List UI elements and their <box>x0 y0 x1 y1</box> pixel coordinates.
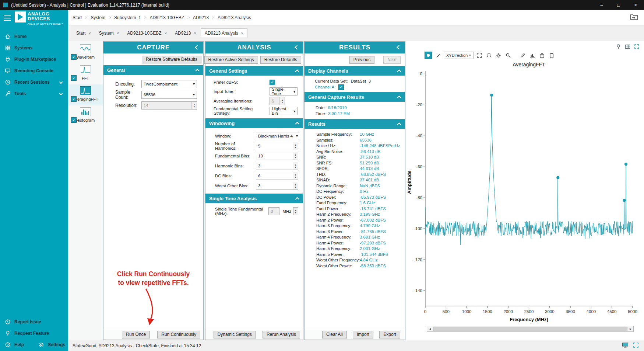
chevron-up-icon[interactable] <box>195 69 199 73</box>
pulse-tool-button[interactable] <box>485 52 493 59</box>
grid-view-icon[interactable] <box>625 44 630 51</box>
collapse-panel-icon[interactable] <box>295 45 299 50</box>
sidebar-item-home[interactable]: Home <box>0 31 68 42</box>
sidebar-item-request-feature[interactable]: Request Feature <box>0 327 68 339</box>
spinner-arrows-icon[interactable] <box>293 142 298 150</box>
tab-ad9213-analysis[interactable]: AD9213 Analysis× <box>201 28 247 38</box>
sidebar-item-help[interactable]: ? Help <box>0 339 38 350</box>
spinner-arrows-icon[interactable] <box>293 152 298 160</box>
resolution-input[interactable]: 14 <box>141 101 197 110</box>
restore-defaults-button[interactable]: Restore Defaults <box>260 56 301 64</box>
maximize-icon[interactable]: □ <box>610 0 627 10</box>
chevron-up-icon[interactable] <box>397 122 401 126</box>
windowing-section-header[interactable]: Windowing <box>205 118 303 128</box>
close-tab-icon[interactable]: × <box>194 31 196 35</box>
scroll-right-icon[interactable]: ► <box>628 326 633 331</box>
number-input[interactable]: 5 <box>256 142 298 150</box>
dynamic-settings-button[interactable]: Dynamic Settings <box>214 331 256 338</box>
tab-start[interactable]: Start× <box>73 29 95 38</box>
restore-active-settings-button[interactable]: Restore Active Settings <box>204 56 258 64</box>
export-image-button[interactable] <box>538 52 546 59</box>
spinner-arrows-icon[interactable] <box>279 97 285 105</box>
spinner-arrows-icon[interactable] <box>293 172 298 180</box>
menu-icon[interactable] <box>4 14 11 22</box>
xy-direction-dropdown[interactable]: XYDirection <box>444 52 474 59</box>
sidebar-item-remoting-console[interactable]: Remoting Console <box>0 65 68 76</box>
histogram-checkbox[interactable] <box>71 117 77 123</box>
run-continuously-button[interactable]: Run Continuously <box>157 331 200 338</box>
tab-ad9213-10gebz[interactable]: AD9213-10GEBZ× <box>123 29 170 38</box>
sidebar-item-report-issue[interactable]: Report Issue <box>0 316 68 327</box>
number-input[interactable]: 3 <box>256 182 298 190</box>
close-tab-icon[interactable]: × <box>241 31 243 35</box>
brush-tool-button[interactable] <box>434 52 441 59</box>
display-channels-section-header[interactable]: Display Channels <box>305 66 405 76</box>
session-panel-button[interactable] <box>630 14 638 22</box>
chevron-down-icon[interactable] <box>59 92 63 95</box>
spinner-arrows-icon[interactable] <box>293 207 298 215</box>
spinner-arrows-icon[interactable] <box>293 182 298 190</box>
sidebar-item-systems[interactable]: Systems <box>0 42 68 53</box>
close-tab-icon[interactable]: × <box>117 31 119 35</box>
fft-checkbox[interactable] <box>71 75 77 81</box>
window-dropdown[interactable]: Blackman Harris 4 <box>256 132 300 140</box>
breadcrumb-item[interactable]: AD9213 Analysis <box>218 15 251 20</box>
annotate-tool-button[interactable] <box>519 52 527 59</box>
previous-button[interactable]: Previous <box>349 56 375 64</box>
input-tone-dropdown[interactable]: Single Tone <box>270 87 298 95</box>
next-button[interactable]: Next <box>383 56 401 64</box>
collapse-panel-icon[interactable] <box>195 45 200 50</box>
zoom-tool-button[interactable] <box>504 52 512 59</box>
general-capture-results-section-header[interactable]: General Capture Results <box>305 92 405 102</box>
chevron-down-icon[interactable] <box>59 80 63 84</box>
toolstrip-item-fft[interactable]: FFT <box>68 63 103 84</box>
single-tone-fundamental-input[interactable]: 0 <box>268 207 279 215</box>
single-tone-section-header[interactable]: Single Tone Analysis <box>205 194 303 203</box>
tab-ad9213[interactable]: AD9213× <box>171 29 200 38</box>
breadcrumb-item[interactable]: AD9213-10GEBZ <box>150 15 184 20</box>
cursor-tool-button[interactable] <box>425 52 432 59</box>
breadcrumb-item[interactable]: System <box>91 15 105 20</box>
chevron-up-icon[interactable] <box>397 95 401 100</box>
import-button[interactable]: Import <box>353 331 373 338</box>
chart-horizontal-scrollbar[interactable]: ◄ ► <box>427 326 634 332</box>
averaging-iterations-input[interactable]: 5 <box>270 97 285 105</box>
copy-clipboard-button[interactable] <box>548 52 555 59</box>
chevron-up-icon[interactable] <box>295 122 299 126</box>
sidebar-item-plugin-marketplace[interactable]: Plug-in Marketplace <box>0 53 68 65</box>
restore-software-defaults-button[interactable]: Restore Software Defaults <box>142 56 201 63</box>
export-button[interactable]: Export <box>379 331 400 338</box>
waveform-checkbox[interactable] <box>71 54 77 60</box>
close-tab-icon[interactable]: × <box>165 31 167 35</box>
scrollbar-track[interactable] <box>433 326 628 331</box>
pin-icon[interactable] <box>616 44 621 51</box>
chevron-up-icon[interactable] <box>295 69 299 73</box>
channel-a-checkbox[interactable] <box>338 84 344 90</box>
collapse-panel-icon[interactable] <box>397 45 401 50</box>
fullscreen-icon[interactable] <box>633 342 639 350</box>
sidebar-item-settings[interactable]: Settings <box>38 339 65 350</box>
clear-all-button[interactable]: Clear All <box>322 331 347 338</box>
run-once-button[interactable]: Run Once <box>122 331 150 338</box>
number-input[interactable]: 3 <box>256 162 298 170</box>
toolstrip-item-histogram[interactable]: Histogram <box>68 105 103 126</box>
fit-view-button[interactable] <box>476 52 483 59</box>
rerun-analysis-button[interactable]: Rerun Analysis <box>263 331 300 338</box>
spinner-arrows-icon[interactable] <box>191 102 197 109</box>
expand-view-icon[interactable] <box>634 44 640 51</box>
averagingfft-checkbox[interactable] <box>71 96 77 102</box>
fundamental-setting-strategy-dropdown[interactable]: Highest Bin <box>270 107 298 115</box>
breadcrumb-item[interactable]: Start <box>73 15 82 20</box>
close-tab-icon[interactable]: × <box>88 31 91 35</box>
scroll-left-icon[interactable]: ◄ <box>427 326 433 331</box>
breadcrumb-item[interactable]: Subsystem_1 <box>114 15 141 20</box>
general-settings-section-header[interactable]: General Settings <box>205 66 303 76</box>
number-input[interactable]: 10 <box>256 152 298 160</box>
points-tool-button[interactable] <box>495 52 502 59</box>
minimize-icon[interactable]: – <box>593 0 610 10</box>
results-section-header[interactable]: Results <box>305 119 405 129</box>
close-icon[interactable]: × <box>627 0 644 10</box>
chevron-up-icon[interactable] <box>397 69 401 73</box>
toolstrip-item-waveform[interactable]: Waveform <box>68 42 103 63</box>
sidebar-item-tools[interactable]: Tools <box>0 88 68 99</box>
